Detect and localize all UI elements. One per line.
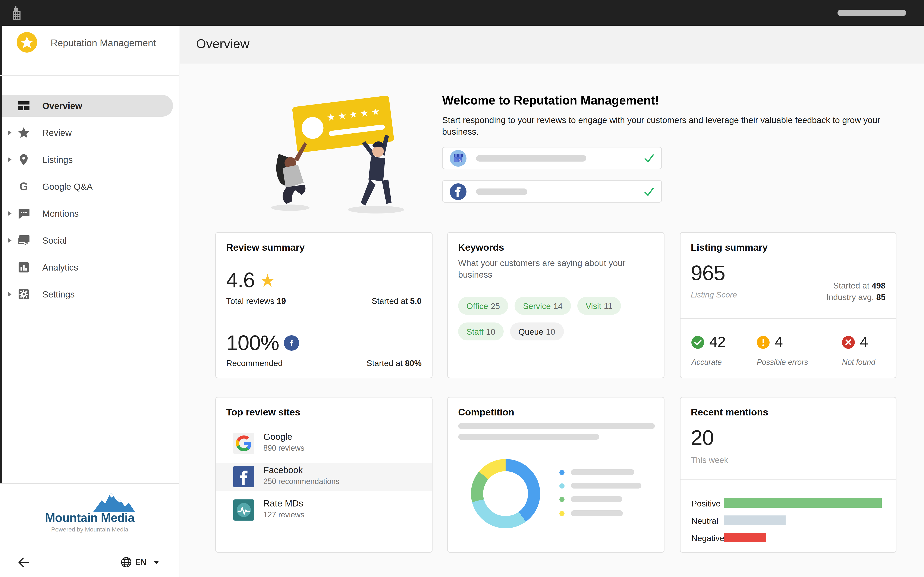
- accurate-count: 42: [709, 334, 726, 351]
- dashboard-icon: [17, 99, 30, 112]
- card-title: Review summary: [226, 242, 305, 253]
- site-detail: 250 recommendations: [264, 477, 339, 486]
- facebook-icon: [284, 335, 299, 351]
- listing-score-label: Listing Score: [691, 290, 737, 300]
- google-logo-icon: [233, 433, 254, 454]
- mentions-count: 20: [691, 426, 713, 450]
- possible-errors-count: 4: [775, 334, 783, 351]
- divider: [680, 479, 896, 480]
- keyword-tag-staff[interactable]: Staff10: [458, 322, 504, 340]
- back-arrow-icon[interactable]: [17, 555, 31, 569]
- caret-down-icon: [154, 561, 159, 564]
- legend-dot-2: [559, 484, 564, 488]
- organization-building-icon[interactable]: [11, 6, 22, 20]
- welcome-description: Start responding to your reviews to enga…: [442, 115, 887, 138]
- keyword-tag-office[interactable]: Office25: [458, 297, 508, 315]
- sidebar-item-overview[interactable]: Overview: [0, 92, 179, 119]
- recommended-started-at: Started at 80%: [366, 358, 422, 368]
- legend-skeleton-4: [571, 510, 623, 516]
- skeleton-text-bar: [458, 423, 655, 429]
- sidebar-item-social[interactable]: Social: [0, 227, 179, 254]
- card-title: Listing summary: [691, 242, 768, 253]
- chevron-right-icon[interactable]: [8, 157, 11, 162]
- possible-errors-warning-icon: [757, 336, 770, 349]
- possible-errors-label: Possible errors: [757, 358, 808, 367]
- svg-text:G: G: [19, 181, 28, 193]
- sidebar-item-review[interactable]: Review: [0, 119, 179, 146]
- keyword-tag-queue[interactable]: Queue10: [510, 322, 564, 340]
- sidebar-item-settings[interactable]: Settings: [0, 281, 179, 308]
- sidebar-item-listings[interactable]: Listings: [0, 146, 179, 173]
- checklist-item-facebook[interactable]: [442, 180, 662, 203]
- chevron-right-icon[interactable]: [8, 238, 11, 243]
- page-title: Overview: [196, 37, 249, 51]
- top-review-sites-card: Top review sites Google 890 reviews: [215, 397, 432, 553]
- main-content: Overview ★★★★★: [180, 26, 924, 577]
- keywords-card: Keywords What your customers are saying …: [447, 232, 664, 378]
- competition-donut-chart: [471, 459, 540, 528]
- sidebar-item-mentions[interactable]: Mentions: [0, 200, 179, 227]
- card-title: Keywords: [458, 242, 504, 253]
- legend-dot-4: [559, 511, 564, 516]
- language-selector[interactable]: EN: [121, 556, 159, 568]
- sidebar-item-analytics[interactable]: Analytics: [0, 254, 179, 281]
- google-g-icon: G: [17, 180, 30, 193]
- recommended-percent: 100%: [226, 331, 279, 355]
- average-rating-value: 4.6: [226, 268, 255, 292]
- not-found-x-icon: [842, 336, 855, 349]
- facebook-logo-icon: [233, 466, 254, 487]
- card-title: Recent mentions: [691, 406, 768, 417]
- legend-skeleton-1: [571, 469, 635, 475]
- check-icon: [643, 186, 655, 197]
- location-pin-icon: [17, 153, 30, 166]
- rating-started-at: Started at 5.0: [372, 296, 422, 306]
- competition-card: Competition: [447, 397, 664, 553]
- review-site-row-google[interactable]: Google 890 reviews: [216, 430, 432, 458]
- review-site-row-rate-mds[interactable]: Rate MDs 127 reviews: [216, 496, 432, 524]
- legend-dot-3: [559, 497, 564, 502]
- legend-skeleton-2: [571, 483, 641, 488]
- star-icon: ★: [260, 272, 275, 289]
- keyword-tag-service[interactable]: Service14: [515, 297, 571, 315]
- sentiment-label-neutral: Neutral: [691, 516, 718, 526]
- mentions-bubble-icon: [17, 207, 30, 220]
- site-name: Facebook: [264, 465, 303, 475]
- card-title: Competition: [458, 406, 514, 417]
- sidebar-nav: Overview Review Listings G: [0, 92, 179, 308]
- not-found-label: Not found: [842, 358, 875, 367]
- gear-icon: [17, 288, 30, 301]
- welcome-illustration: ★★★★★: [249, 92, 417, 214]
- chevron-right-icon[interactable]: [8, 292, 11, 297]
- sentiment-label-positive: Positive: [691, 499, 721, 508]
- bar-chart-icon: [17, 261, 30, 274]
- chevron-right-icon[interactable]: [8, 211, 11, 216]
- keyword-tag-visit[interactable]: Visit11: [577, 297, 621, 315]
- checklist-item-google-my-business[interactable]: G: [442, 147, 662, 169]
- top-navigation-bar: [0, 0, 924, 26]
- sidebar-header: Reputation Management: [0, 26, 179, 76]
- review-summary-card: Review summary 4.6 ★ Total reviews 19 St…: [215, 232, 432, 378]
- recommended-label: Recommended: [226, 358, 283, 368]
- brand-name: Mountain Media: [0, 511, 179, 525]
- legend-dot-1: [559, 470, 564, 475]
- review-site-row-facebook[interactable]: Facebook 250 recommendations: [216, 463, 432, 491]
- svg-text:G: G: [459, 158, 461, 163]
- recent-mentions-card: Recent mentions 20 This week Positive Ne…: [680, 397, 897, 553]
- language-code: EN: [135, 558, 146, 567]
- page-header: Overview: [180, 26, 924, 63]
- sidebar-item-google-qa[interactable]: G Google Q&A: [0, 173, 179, 200]
- chevron-right-icon[interactable]: [8, 130, 11, 135]
- mentions-period: This week: [691, 455, 728, 465]
- keywords-subtitle: What your customers are saying about you…: [458, 258, 651, 280]
- star-icon: [17, 126, 30, 139]
- app-title: Reputation Management: [51, 37, 156, 48]
- check-icon: [643, 153, 655, 164]
- accurate-check-icon: [691, 336, 704, 349]
- accurate-label: Accurate: [691, 358, 722, 367]
- skeleton-text-bar: [458, 434, 599, 440]
- site-name: Rate MDs: [264, 498, 303, 508]
- sentiment-bar-positive: [724, 498, 882, 508]
- sidebar-footer-divider: [0, 484, 179, 484]
- divider: [680, 318, 896, 319]
- sentiment-bar-neutral: [724, 516, 882, 525]
